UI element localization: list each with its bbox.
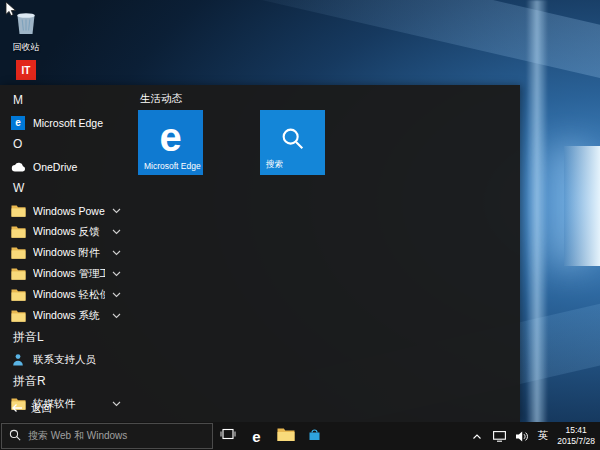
- edge-icon: e: [10, 115, 26, 131]
- app-list-item[interactable]: 联系支持人员: [0, 349, 130, 370]
- back-button[interactable]: 返回: [0, 399, 52, 419]
- edge-icon: e: [252, 428, 260, 445]
- tile-microsoft-edge[interactable]: e Microsoft Edge: [138, 110, 203, 175]
- clock-time: 15:41: [557, 425, 595, 436]
- app-item-label: Windows 管理工具: [33, 267, 105, 281]
- desktop: 回收站 IT MeMicrosoft EdgeOOneDriveWWindows…: [0, 0, 600, 450]
- app-item-label: Windows 反馈: [33, 225, 105, 239]
- folder-icon: [10, 308, 26, 324]
- app-list-item[interactable]: Windows 附件: [0, 242, 130, 263]
- back-label: 返回: [31, 402, 52, 416]
- folder-icon: [10, 287, 26, 303]
- app-list-item[interactable]: Windows 系统: [0, 305, 130, 326]
- app-list-item[interactable]: Windows PowerShell: [0, 200, 130, 221]
- light-glow: [564, 146, 600, 266]
- tile-label: 搜索: [266, 159, 283, 171]
- back-arrow-icon: [11, 403, 23, 415]
- tile-label: Microsoft Edge: [144, 161, 201, 171]
- file-explorer-button[interactable]: [271, 422, 300, 450]
- light-beam: [526, 0, 548, 450]
- edge-taskbar-button[interactable]: e: [242, 422, 271, 450]
- app-list-item[interactable]: OneDrive: [0, 156, 130, 177]
- tile-search[interactable]: 搜索: [260, 110, 325, 175]
- input-method-indicator[interactable]: 英: [538, 429, 549, 443]
- app-item-label: 联系支持人员: [33, 353, 130, 367]
- person-icon: [10, 352, 26, 368]
- folder-icon: [10, 224, 26, 240]
- app-item-label: Windows PowerShell: [33, 205, 105, 217]
- app-list-item[interactable]: eMicrosoft Edge: [0, 112, 130, 133]
- search-icon: [9, 427, 21, 445]
- app-list: MeMicrosoft EdgeOOneDriveWWindows PowerS…: [0, 85, 130, 422]
- app-list-section-header[interactable]: 拼音R: [0, 370, 130, 393]
- chevron-down-icon: [112, 401, 121, 407]
- network-icon[interactable]: [492, 431, 508, 442]
- start-menu: MeMicrosoft EdgeOOneDriveWWindows PowerS…: [0, 85, 520, 422]
- search-placeholder: 搜索 Web 和 Windows: [28, 429, 127, 443]
- it-logo-icon: IT: [16, 60, 36, 80]
- chevron-down-icon: [112, 208, 121, 214]
- taskbar-search-input[interactable]: 搜索 Web 和 Windows: [1, 423, 213, 449]
- chevron-down-icon: [112, 271, 121, 277]
- system-tray: 英 15:41 2015/7/28: [469, 422, 600, 450]
- folder-icon: [277, 427, 295, 446]
- chevron-down-icon: [112, 313, 121, 319]
- onedrive-icon: [10, 159, 26, 175]
- tile-group-title: 生活动态: [140, 92, 182, 106]
- folder-icon: [10, 245, 26, 261]
- chevron-down-icon: [112, 250, 121, 256]
- tray-expand-button[interactable]: [469, 433, 485, 440]
- clock-date: 2015/7/28: [557, 436, 595, 447]
- folder-icon: [10, 203, 26, 219]
- volume-icon[interactable]: [515, 431, 531, 442]
- app-item-label: Windows 轻松使用: [33, 288, 105, 302]
- tile-area: 生活动态 e Microsoft Edge 搜索: [130, 85, 520, 422]
- task-view-button[interactable]: [213, 422, 242, 450]
- taskbar: 搜索 Web 和 Windows e: [0, 422, 600, 450]
- edge-logo-icon: e: [138, 110, 203, 165]
- desktop-icon-label: 回收站: [13, 41, 40, 54]
- light-streak: [10, 0, 600, 81]
- app-item-label: Windows 附件: [33, 246, 105, 260]
- app-list-item[interactable]: Windows 反馈: [0, 221, 130, 242]
- folder-icon: [10, 266, 26, 282]
- desktop-icon-it[interactable]: IT: [4, 60, 48, 80]
- app-list-section-header[interactable]: 拼音L: [0, 326, 130, 349]
- app-item-label: Microsoft Edge: [33, 117, 130, 129]
- app-rows: MeMicrosoft EdgeOOneDriveWWindows PowerS…: [0, 89, 130, 414]
- chevron-down-icon: [112, 229, 121, 235]
- store-bag-icon: [307, 427, 322, 446]
- app-list-section-header[interactable]: W: [0, 177, 130, 200]
- app-item-label: Windows 系统: [33, 309, 105, 323]
- clock[interactable]: 15:41 2015/7/28: [555, 425, 595, 447]
- app-item-label: OneDrive: [33, 161, 130, 173]
- app-list-item[interactable]: Windows 管理工具: [0, 263, 130, 284]
- mouse-cursor-icon: [5, 2, 17, 22]
- app-list-section-header[interactable]: M: [0, 89, 130, 112]
- store-button[interactable]: [300, 422, 329, 450]
- task-view-icon: [220, 427, 236, 445]
- app-list-section-header[interactable]: O: [0, 133, 130, 156]
- app-list-item[interactable]: Windows 轻松使用: [0, 284, 130, 305]
- chevron-down-icon: [112, 292, 121, 298]
